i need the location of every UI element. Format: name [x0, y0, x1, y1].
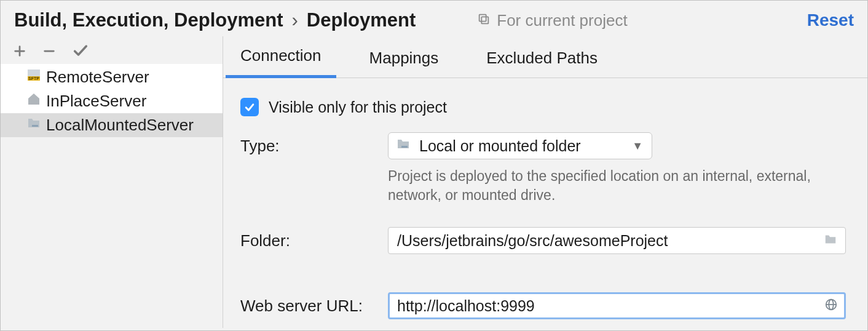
tab-mappings[interactable]: Mappings [355, 39, 454, 78]
visible-for-project-checkbox[interactable] [240, 98, 259, 116]
reset-button[interactable]: Reset [807, 10, 854, 30]
tab-connection[interactable]: Connection [226, 36, 336, 78]
type-select-value: Local or mounted folder [419, 137, 623, 155]
type-select[interactable]: Local or mounted folder ▼ [388, 132, 652, 159]
add-server-button[interactable] [13, 41, 26, 59]
chevron-right-icon: › [292, 9, 298, 31]
type-label: Type: [240, 137, 388, 156]
breadcrumb-root[interactable]: Build, Execution, Deployment [14, 9, 283, 31]
detail-tabs: Connection Mappings Excluded Paths [223, 36, 867, 78]
breadcrumb-current: Deployment [307, 9, 416, 31]
web-server-url-input[interactable] [396, 297, 824, 316]
svg-text:SFTP: SFTP [28, 76, 39, 81]
svg-rect-9 [401, 146, 408, 148]
mounted-folder-icon [396, 137, 411, 155]
server-item-localmountedserver[interactable]: LocalMountedServer [1, 113, 223, 137]
folder-label: Folder: [240, 231, 388, 250]
server-item-inplaceserver[interactable]: InPlaceServer [1, 89, 223, 113]
web-server-url-input-wrap[interactable] [388, 292, 846, 319]
home-icon [26, 92, 41, 111]
mounted-folder-icon [26, 116, 41, 135]
web-server-url-label: Web server URL: [240, 297, 388, 316]
server-list: SFTP RemoteServer InPlaceServer LocalMou… [1, 64, 223, 137]
server-item-label: LocalMountedServer [46, 116, 194, 135]
visible-for-project-label: Visible only for this project [269, 98, 447, 116]
server-toolbar [1, 36, 223, 64]
svg-rect-8 [32, 125, 38, 127]
server-item-label: RemoteServer [46, 68, 149, 87]
server-item-label: InPlaceServer [46, 92, 146, 111]
svg-rect-0 [482, 17, 489, 23]
folder-input[interactable] [396, 231, 823, 250]
breadcrumb: Build, Execution, Deployment › Deploymen… [14, 9, 416, 31]
tab-excluded-paths[interactable]: Excluded Paths [471, 39, 612, 78]
server-item-remoteserver[interactable]: SFTP RemoteServer [1, 65, 223, 89]
remove-server-button[interactable] [42, 41, 56, 59]
folder-input-wrap[interactable] [388, 227, 846, 254]
sftp-icon: SFTP [26, 68, 41, 87]
browse-folder-icon[interactable] [823, 232, 838, 250]
type-hint: Project is deployed to the specified loc… [388, 167, 850, 205]
svg-rect-1 [479, 14, 486, 21]
for-current-project-label: For current project [477, 11, 627, 30]
globe-icon[interactable] [824, 297, 838, 315]
chevron-down-icon: ▼ [632, 140, 643, 153]
copy-icon [477, 11, 491, 30]
apply-button[interactable] [72, 40, 89, 59]
